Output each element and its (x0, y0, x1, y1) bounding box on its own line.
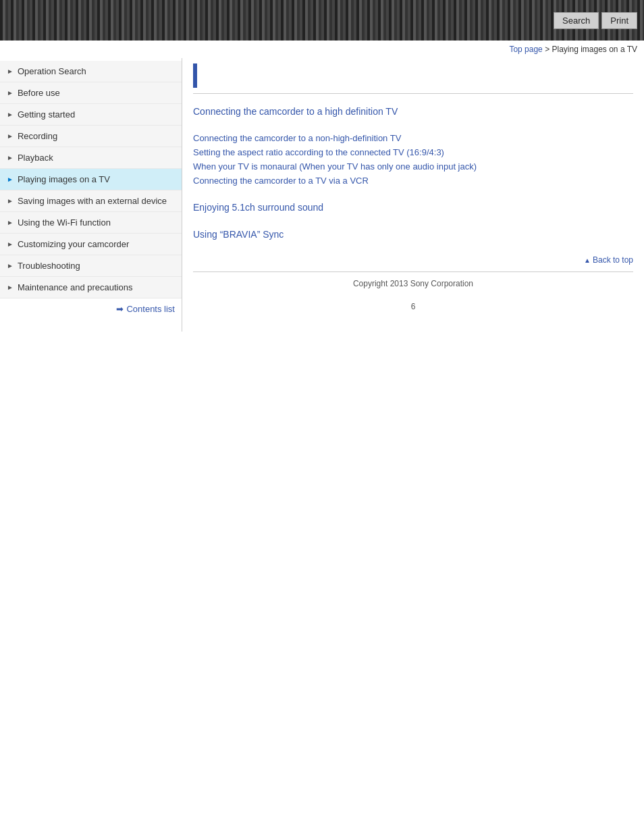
sidebar-item-playing-images-on-a-tv[interactable]: ► Playing images on a TV (0, 169, 182, 190)
search-button[interactable]: Search (554, 12, 599, 29)
sidebar-item-before-use[interactable]: ► Before use (0, 82, 182, 104)
breadcrumb-current: Playing images on a TV (552, 45, 637, 54)
sidebar-item-maintenance[interactable]: ► Maintenance and precautions (0, 277, 182, 298)
breadcrumb: Top page > Playing images on a TV (0, 41, 644, 58)
sidebar: ► Operation Search ► Before use ► Gettin… (0, 58, 182, 332)
chevron-icon: ► (7, 284, 14, 291)
link-group-2: Connecting the camcorder to a non-high-d… (193, 132, 633, 187)
link-vcr[interactable]: Connecting the camcorder to a TV via a V… (193, 174, 633, 187)
link-monaural[interactable]: When your TV is monaural (When your TV h… (193, 160, 633, 173)
copyright-footer: Copyright 2013 Sony Corporation (193, 271, 633, 295)
sidebar-item-operation-search[interactable]: ► Operation Search (0, 61, 182, 82)
back-to-top-label: Back to top (593, 255, 633, 265)
sidebar-label: Using the Wi-Fi function (18, 217, 178, 228)
back-to-top-link[interactable]: ▲Back to top (584, 255, 633, 265)
arrow-right-icon: ➡ (116, 304, 124, 314)
sidebar-label: Playing images on a TV (18, 174, 178, 184)
chevron-icon: ► (7, 132, 14, 140)
sidebar-label: Recording (18, 131, 178, 141)
chevron-icon: ► (7, 262, 14, 269)
chevron-icon: ► (7, 89, 14, 97)
header-buttons: Search Print (554, 12, 637, 29)
sidebar-label: Playback (18, 153, 178, 163)
sidebar-label: Maintenance and precautions (18, 282, 178, 292)
chevron-icon: ► (7, 111, 14, 118)
chevron-icon: ► (7, 176, 14, 183)
sidebar-item-wifi[interactable]: ► Using the Wi-Fi function (0, 212, 182, 234)
header: Search Print (0, 0, 644, 41)
page-title-bar (193, 63, 197, 88)
copyright-text: Copyright 2013 Sony Corporation (353, 279, 473, 288)
link-non-hd-tv[interactable]: Connecting the camcorder to a non-high-d… (193, 132, 633, 145)
chevron-icon: ► (7, 197, 14, 205)
breadcrumb-separator: > (543, 45, 552, 54)
chevron-icon: ► (7, 68, 14, 75)
sidebar-item-getting-started[interactable]: ► Getting started (0, 104, 182, 126)
page-number: 6 (193, 295, 633, 318)
link-surround[interactable]: Enjoying 5.1ch surround sound (193, 201, 633, 214)
link-group-3: Enjoying 5.1ch surround sound (193, 201, 633, 214)
chevron-icon: ► (7, 219, 14, 226)
chevron-icon: ► (7, 240, 14, 248)
main-layout: ► Operation Search ► Before use ► Gettin… (0, 58, 644, 332)
chevron-icon: ► (7, 154, 14, 161)
sidebar-label: Before use (18, 88, 178, 98)
breadcrumb-top-link[interactable]: Top page (509, 45, 542, 54)
sidebar-label: Saving images with an external device (18, 196, 178, 206)
content-area: Connecting the camcorder to a high defin… (182, 58, 644, 332)
sidebar-label: Customizing your camcorder (18, 239, 178, 249)
contents-list-label: Contents list (126, 304, 175, 314)
link-bravia[interactable]: Using “BRAVIA” Sync (193, 228, 633, 241)
link-group-1: Connecting the camcorder to a high defin… (193, 105, 633, 118)
sidebar-item-saving-images[interactable]: ► Saving images with an external device (0, 190, 182, 212)
sidebar-item-recording[interactable]: ► Recording (0, 126, 182, 147)
sidebar-item-customizing[interactable]: ► Customizing your camcorder (0, 234, 182, 255)
back-to-top-row: ▲Back to top (193, 255, 633, 265)
page-title-section (193, 63, 633, 94)
link-aspect-ratio[interactable]: Setting the aspect ratio according to th… (193, 146, 633, 159)
page-number-value: 6 (411, 302, 416, 311)
triangle-up-icon: ▲ (584, 257, 591, 264)
sidebar-label: Getting started (18, 109, 178, 120)
link-group-4: Using “BRAVIA” Sync (193, 228, 633, 241)
sidebar-item-playback[interactable]: ► Playback (0, 147, 182, 169)
sidebar-label: Operation Search (18, 66, 178, 76)
contents-list-link[interactable]: ➡ Contents list (0, 298, 182, 319)
sidebar-label: Troubleshooting (18, 261, 178, 271)
link-hd-tv[interactable]: Connecting the camcorder to a high defin… (193, 105, 633, 118)
sidebar-item-troubleshooting[interactable]: ► Troubleshooting (0, 255, 182, 277)
print-button[interactable]: Print (601, 12, 637, 29)
